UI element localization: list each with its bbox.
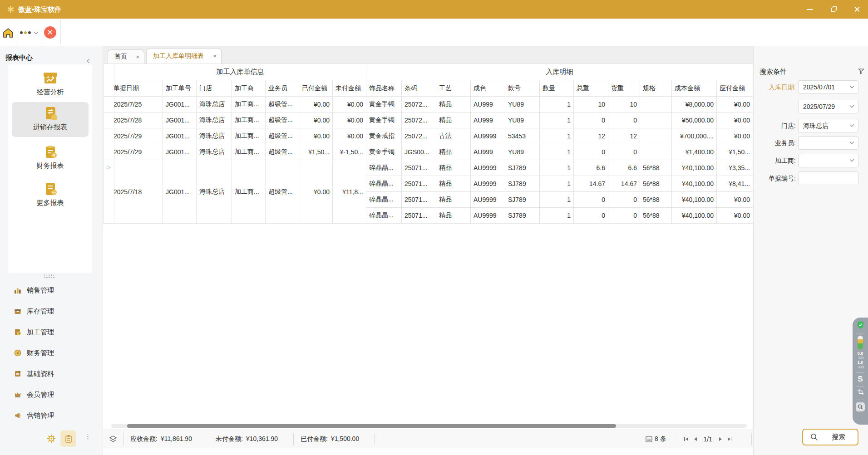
more-options-button[interactable]: ⋮ [84,432,91,440]
sidebar-item-member-management[interactable]: 会员管理 [0,388,103,401]
restore-button[interactable] [824,0,844,19]
col-header-payable[interactable]: 应付金额 [717,80,753,97]
sidebar-item-label: 财务管理 [27,349,54,357]
col-header-craft[interactable]: 工艺 [436,80,471,97]
minimize-button[interactable] [799,0,820,19]
col-header-total-weight[interactable]: 总重 [574,80,608,97]
col-header-paid[interactable]: 已付金额 [299,80,333,97]
group-header-order-info: 加工入库单信息 [114,64,366,80]
recent-pages-button[interactable] [20,26,38,39]
status-separator [374,433,375,445]
sidebar-item-marketing-management[interactable]: 营销管理 [0,409,103,422]
cell: 0 [608,113,640,128]
scrollbar-track[interactable] [111,424,747,428]
widget-search-button[interactable] [856,402,865,411]
gear-icon [47,434,56,443]
drag-handle[interactable] [44,274,54,278]
cell: 精品 [436,208,471,224]
col-header-order-date[interactable]: 单据日期 [114,80,163,97]
clerk-select[interactable] [798,136,858,150]
cell [640,113,672,128]
field-clerk: 业务员: [754,136,868,150]
sidebar-item-basic-data[interactable]: 基础资料 [0,367,103,380]
home-button[interactable] [2,26,15,39]
prev-page-button[interactable] [694,437,697,441]
last-page-button[interactable] [728,437,732,441]
cell: ¥40,100.00 [672,160,717,176]
col-header-clerk[interactable]: 业务员 [266,80,299,97]
table-group-row[interactable]: ▷ 2025/7/18 JG001... 海珠总店 加工商... 超级管... … [104,160,753,176]
next-page-button[interactable] [719,437,722,441]
sidebar-item-processing-management[interactable]: 加工管理 [0,326,103,338]
app-title: 傲蓝•珠宝软件 [18,0,61,19]
capsule-gauge-icon[interactable] [858,336,863,349]
sidebar-item-finance-reports[interactable]: ¥ 财务报表 [12,142,89,174]
screenshot-crop-icon[interactable] [857,389,864,397]
collapse-sidebar-button[interactable] [88,56,91,64]
col-header-processor[interactable]: 加工商 [232,80,266,97]
sidebar-item-business-analysis[interactable]: 经营分析 [12,69,89,101]
sidebar-item-more-reports[interactable]: 更多报表 [12,180,89,211]
cell: 1 [540,97,574,113]
shield-check-icon[interactable] [857,321,864,331]
last-page-icon [728,437,730,441]
tab-processing-inbound-detail[interactable]: 加工入库单明细表 × [146,48,222,64]
sidebar-item-sales-management[interactable]: 销售管理 [0,284,103,297]
chevron-down-icon [850,103,854,108]
col-header-purity[interactable]: 成色 [471,80,505,97]
sidebar-item-inventory-reports[interactable]: 进销存报表 [12,102,89,137]
input-method-logo-icon[interactable]: S [858,375,863,384]
tab-close-icon[interactable]: × [136,54,139,60]
sidebar-item-label: 基础资料 [27,370,54,378]
scrollbar-thumb[interactable] [127,424,616,428]
summary-layers-icon[interactable] [109,435,117,445]
svg-text:¥: ¥ [16,351,19,355]
table-row[interactable]: 2025/7/29 JG001... 海珠总店 加工商... 超级管... ¥1… [104,144,753,160]
table-row[interactable]: 2025/7/25 JG001... 海珠总店 加工商... 超级管... ¥0… [104,97,753,113]
col-header-cost[interactable]: 成本金额 [672,80,717,97]
sidebar-item-finance-management[interactable]: ¥ 财务管理 [0,347,103,359]
col-header-item-name[interactable]: 饰品名称 [366,80,402,97]
col-header-gold-weight[interactable]: 货重 [608,80,640,97]
processor-select[interactable] [798,154,858,167]
col-header-order-no[interactable]: 加工单号 [163,80,197,97]
col-header-style-no[interactable]: 款号 [505,80,540,97]
table-row[interactable]: 2025/7/28 JG001... 海珠总店 加工商... 超级管... ¥0… [104,113,753,128]
filter-pin-icon[interactable] [858,68,864,76]
close-all-button[interactable] [44,26,56,39]
col-header-store[interactable]: 门店 [197,80,232,97]
inbound-date-end-select[interactable]: 2025/07/29 [798,100,858,113]
tab-home[interactable]: 首页 × [108,49,144,64]
expand-row-icon[interactable]: ▷ [104,160,114,170]
order-no-input[interactable] [798,171,858,185]
cell: 0 [608,208,640,224]
col-header-barcode[interactable]: 条码 [402,80,436,97]
status-separator [751,433,752,445]
floating-assistant-widget[interactable]: 0.0 ↑K/s 1.0 ↓K/s S [853,318,868,425]
widget-separator [856,386,865,387]
widget-separator [856,333,865,333]
col-header-spec[interactable]: 规格 [640,80,672,97]
settings-button[interactable] [47,434,56,443]
first-page-button[interactable] [684,437,688,441]
store-select[interactable]: 海珠总店 [798,119,858,132]
inbound-date-start-select[interactable]: 2025/07/01 [798,80,858,94]
cell: 56*88 [640,176,672,192]
sidebar-item-stock-management[interactable]: 库存管理 [0,305,103,318]
cell: SJ789 [505,160,540,176]
col-header-qty[interactable]: 数量 [540,80,574,97]
report-list-button[interactable] [60,431,76,447]
cell: JG001... [163,113,197,128]
table-row[interactable]: 2025/7/29 JG001... 海珠总店 加工商... 超级管... ¥0… [104,128,753,144]
cell: 超级管... [266,144,299,160]
field-label: 业务员: [754,136,796,150]
col-header-unpaid[interactable]: 未付金额 [333,80,366,97]
cell: AU999 [471,97,505,113]
megaphone-icon [14,412,21,419]
tab-close-icon[interactable]: × [213,53,217,59]
main-area: 首页 × 加工入库单明细表 × 加工入库单信息 入库明细 单据日期 加工单号 [103,46,753,455]
search-icon [810,433,818,441]
cell: 0 [574,192,608,208]
close-window-button[interactable] [846,0,867,19]
search-button[interactable]: 搜索 [802,429,858,445]
